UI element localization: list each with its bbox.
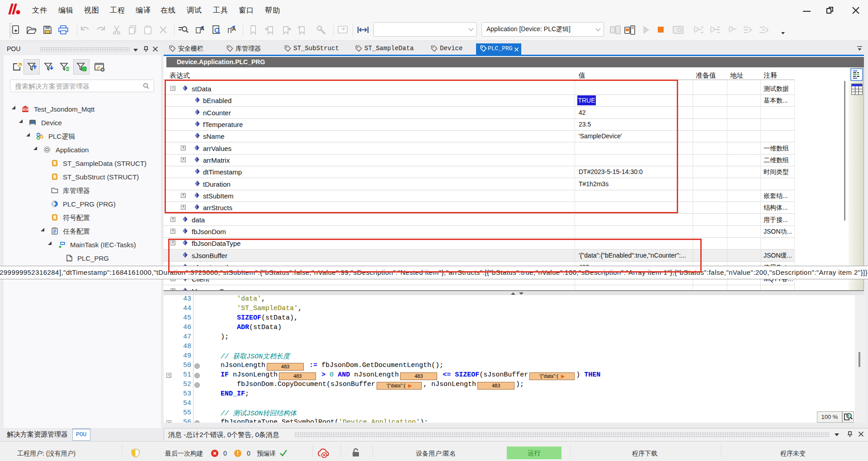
svg-text:A: A: [201, 26, 204, 31]
svg-text:A: A: [232, 26, 236, 32]
